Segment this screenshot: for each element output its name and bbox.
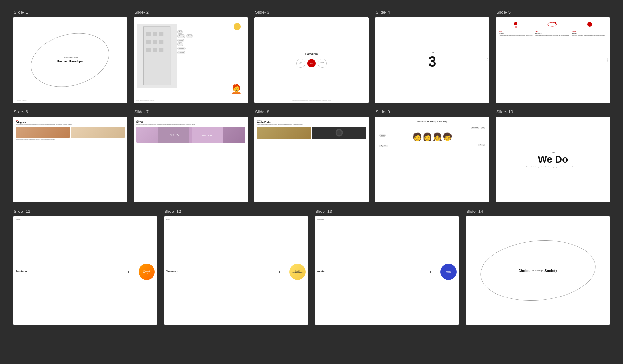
slide-label-6: Slide- 6 — [13, 109, 127, 114]
slide2-tag-personal: #Personal — [186, 34, 193, 38]
slide-thumbnail-13[interactable]: Government A policy Lorem ipsum dolor si… — [315, 216, 459, 325]
slide12-dot — [279, 271, 280, 273]
slide11-content: Customer Selection by Lorem ipsum dolor … — [13, 216, 157, 325]
svg-rect-2 — [153, 32, 157, 36]
svg-rect-5 — [153, 40, 157, 44]
slide-group-6: Slide- 6 ONE Patagonia Actively protecti… — [13, 109, 127, 202]
slide13-left-sub: Lorem ipsum dolor sit amet, consectetur … — [317, 273, 427, 274]
slide2-bottom: served with the instructions as similar … — [136, 100, 154, 101]
slide9-tag-eco: #Eco-friendly — [471, 127, 479, 129]
slide3-circle-fashion: fashion — [307, 59, 316, 67]
slide13-dot — [430, 271, 431, 273]
slide13-left-text: A policy — [317, 270, 427, 272]
slide-group-12: Slide- 12 Brand Transparent Lorem ipsum … — [164, 209, 308, 325]
slide13-line — [433, 272, 439, 272]
slide6-images — [16, 127, 125, 138]
slide3-caption: Fashion often from the current set of me… — [289, 100, 335, 101]
slide-group-1: Slide- 1 For a better world Fashion Para… — [13, 10, 127, 103]
slide-thumbnail-3[interactable]: Paradigm Lifeattitude fashion Societynor… — [254, 17, 369, 103]
slide14-caption: Fashion is more than a choice we make in… — [495, 322, 581, 323]
slide-group-9: Slide- 9 Fashion building a society 🧑👩👧🧒… — [375, 109, 489, 202]
slide7-content: TWO NYFW Fashion Revolution brings wheel… — [134, 117, 248, 202]
slide-label-2: Slide- 2 — [134, 10, 248, 15]
slide3-title: Paradigm — [305, 52, 318, 55]
slide3-circle-life: Lifeattitude — [296, 59, 305, 68]
slide7-caption: Designed runway channel placement by the… — [136, 144, 245, 145]
slide2-content: #Trend #Temporary #Personal #Lifestyle #… — [134, 17, 248, 103]
slide11-dot — [128, 271, 129, 273]
slide-thumbnail-14[interactable]: Choice to change Society Fashion is more… — [466, 216, 610, 325]
slide11-side: Fashion — [154, 269, 156, 273]
slide6-text: Actively protecting the environment by b… — [16, 124, 125, 125]
slide-thumbnail-7[interactable]: TWO NYFW Fashion Revolution brings wheel… — [134, 117, 248, 202]
slide-thumbnail-11[interactable]: Customer Selection by Lorem ipsum dolor … — [13, 216, 157, 325]
slide5-item-3: THREE Socially Lorem ipsum dolor sit ame… — [572, 30, 607, 36]
slide12-left-sub: Lorem ipsum dolor sit amet, consectetur … — [166, 273, 276, 274]
slide13-main: A policy Lorem ipsum dolor sit amet, con… — [317, 222, 457, 322]
slide14-content: Choice to change Society Fashion is more… — [466, 216, 610, 325]
slide-thumbnail-4[interactable]: For 3 Fashion — [375, 17, 489, 103]
slide-label-11: Slide- 11 — [13, 209, 157, 214]
slide7-title: NYFW — [136, 121, 245, 123]
slide11-label: Customer — [16, 219, 155, 220]
slide1-text: For a better world Fashion Paradigm — [57, 57, 83, 63]
slide12-content: Brand Transparent Lorem ipsum dolor sit … — [164, 216, 308, 325]
slide2-tag-temporary: #Temporary — [177, 34, 185, 38]
slide14-text: Choice to change Society — [519, 269, 557, 273]
slide6-caption: Insulation from filling: Various warm mo… — [16, 139, 125, 140]
slide8-content: THREE Warby Parker Donate a portion of t… — [254, 117, 369, 202]
slide9-tag-up: #up — [481, 127, 485, 129]
slide6-img1 — [16, 127, 70, 138]
slide-thumbnail-6[interactable]: ONE Patagonia Actively protecting the en… — [13, 117, 127, 202]
slide4-content: For 3 Fashion — [375, 17, 489, 103]
slide13-label: Government — [317, 219, 457, 220]
slide2-figure: 🧑‍🦰 — [231, 84, 242, 94]
slide14-word-change: change — [535, 269, 543, 272]
slide2-tag-lifestyle: #Lifestyle — [177, 39, 184, 42]
slide-label-3: Slide- 3 — [254, 10, 369, 15]
slide11-main: Selection by Lorem ipsum dolor sit amet,… — [16, 222, 155, 322]
slide4-number: 3 — [428, 54, 436, 69]
slide8-images — [257, 127, 366, 139]
slide14-word-to: to — [532, 269, 534, 272]
slide7-image-inner: NYFW Fashion — [136, 127, 245, 143]
slide2-tag-trend: #Trend — [177, 30, 183, 34]
slide1-bottom: Paradigm Fashion — [16, 99, 27, 101]
slide-label-5: Slide- 5 — [496, 10, 610, 15]
slide8-img2 — [312, 127, 366, 139]
svg-rect-8 — [153, 48, 157, 52]
slide-label-10: Slide- 10 — [496, 109, 610, 114]
slide10-content: Let's We Do We take a step ahead of a ge… — [496, 117, 610, 202]
slide12-left-text: Transparent — [166, 270, 276, 272]
slide2-tag-acceptance: #Acceptance — [177, 47, 186, 50]
slide2-tag-social: #Social — [177, 42, 183, 46]
slide-label-12: Slide- 12 — [164, 209, 308, 214]
slide7-text: Fashion Revolution brings wheelchairs sm… — [136, 124, 245, 125]
slide-thumbnail-8[interactable]: THREE Warby Parker Donate a portion of t… — [254, 117, 369, 202]
slide-label-13: Slide- 13 — [315, 209, 459, 214]
slide-thumbnail-9[interactable]: Fashion building a society 🧑👩👧🧒 #Eco-fri… — [375, 117, 489, 202]
slide-group-7: Slide- 7 TWO NYFW Fashion Revolution bri… — [134, 109, 248, 202]
slide5-item-1: ONE Sustain Lorem ipsum dolor sit amet c… — [499, 30, 534, 36]
slide8-img1 — [257, 127, 311, 139]
slide-group-13: Slide- 13 Government A policy Lorem ipsu… — [315, 209, 459, 325]
slide-label-4: Slide- 4 — [375, 10, 489, 15]
slide5-item-2: TWO Inclusion Lorem ipsum dolor sit amet… — [535, 30, 570, 36]
slide5-circles — [499, 22, 607, 28]
slide-thumbnail-12[interactable]: Brand Transparent Lorem ipsum dolor sit … — [164, 216, 308, 325]
slide5-content: ONE Sustain Lorem ipsum dolor sit amet c… — [496, 17, 610, 103]
slide-group-8: Slide- 8 THREE Warby Parker Donate a por… — [254, 109, 369, 202]
slide-thumbnail-1[interactable]: For a better world Fashion Paradigm Para… — [13, 17, 127, 103]
slide14-word-choice: Choice — [519, 269, 531, 273]
slide9-content: Fashion building a society 🧑👩👧🧒 #Eco-fri… — [375, 117, 489, 202]
slide-thumbnail-2[interactable]: #Trend #Temporary #Personal #Lifestyle #… — [134, 17, 248, 103]
slide9-title: Fashion building a society — [417, 120, 447, 123]
slide5-items: ONE Sustain Lorem ipsum dolor sit amet c… — [499, 30, 607, 36]
svg-rect-9 — [159, 48, 163, 52]
slide3-diagram: Lifeattitude fashion Societynorms — [296, 59, 327, 68]
slide10-subtext: We take a step ahead of a generation fro… — [526, 166, 579, 168]
slide-thumbnail-5[interactable]: ONE Sustain Lorem ipsum dolor sit amet c… — [496, 17, 610, 103]
slide12-circle: SocialResponsibility — [289, 264, 306, 280]
slide8-title: Warby Parker — [257, 121, 366, 123]
slide-thumbnail-10[interactable]: Let's We Do We take a step ahead of a ge… — [496, 117, 610, 202]
